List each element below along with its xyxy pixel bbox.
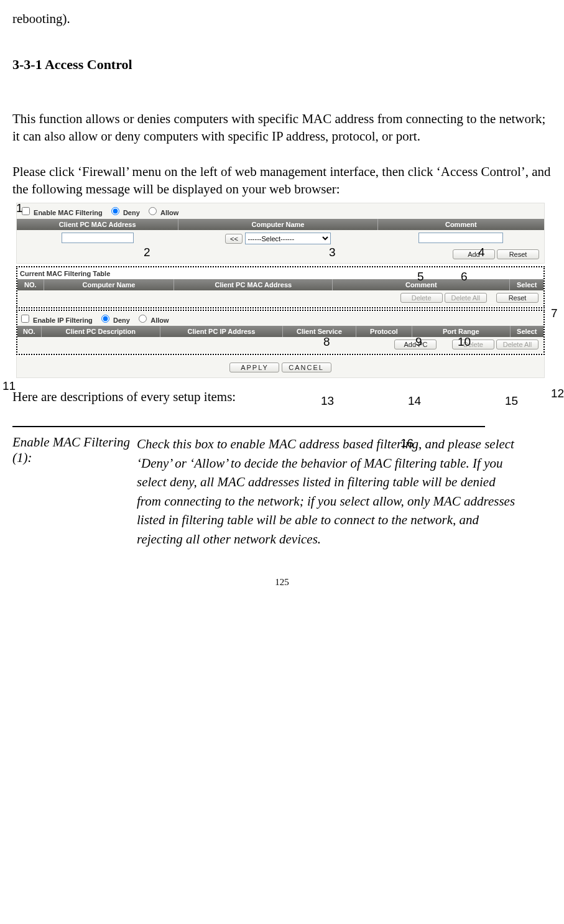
section-heading: 3-3-1 Access Control [12, 57, 552, 73]
item-value-1: Check this box to enable MAC address bas… [137, 435, 522, 548]
access-control-screenshot: 1 2 3 4 5 6 7 8 9 10 11 12 13 14 15 16 E… [10, 203, 551, 378]
mac-deny-radio[interactable] [111, 207, 119, 215]
mac-delete-all-button[interactable]: Delete All [445, 293, 487, 303]
callout-6: 6 [461, 270, 468, 284]
items-table: Enable MAC Filtering (1): Check this box… [12, 435, 522, 548]
callout-12: 12 [551, 387, 564, 400]
enable-mac-filtering-label: Enable MAC Filtering [34, 209, 103, 216]
mac-table-h-name: Computer Name [44, 279, 175, 290]
items-lead-in: Here are descriptions of every setup ite… [12, 389, 552, 405]
mac-add-button-row: Add Reset [17, 247, 544, 263]
callout-2: 2 [144, 246, 150, 259]
mac-deny-label: Deny [123, 209, 140, 216]
client-mac-input[interactable] [62, 233, 134, 243]
callout-14: 14 [408, 394, 421, 408]
ip-h-proto: Protocol [356, 326, 412, 337]
mac-header-macaddr: Client PC MAC Address [17, 219, 178, 230]
cancel-button[interactable]: CANCEL [282, 363, 331, 372]
mac-table-reset-button[interactable]: Reset [496, 293, 539, 303]
mac-reset-button[interactable]: Reset [497, 249, 539, 259]
ip-delete-all-button[interactable]: Delete All [496, 340, 539, 349]
callout-7: 7 [551, 307, 558, 320]
enable-ip-filtering-checkbox[interactable] [21, 315, 29, 323]
callout-16: 16 [400, 437, 414, 450]
computer-name-select[interactable]: ------Select------ [245, 233, 331, 244]
horizontal-rule [12, 426, 485, 427]
ip-filtering-bar: Enable IP Filtering Deny Allow [17, 312, 543, 326]
callout-4: 4 [478, 246, 485, 259]
apply-cancel-row: APPLY CANCEL [16, 356, 545, 378]
callout-13: 13 [321, 394, 334, 408]
ip-allow-label: Allow [150, 316, 169, 324]
ip-h-ip: Client PC IP Address [160, 326, 283, 337]
mac-delete-button[interactable]: Delete [400, 293, 443, 303]
ip-deny-label: Deny [113, 316, 130, 324]
intro-paragraph-2: Please click ‘Firewall’ menu on the left… [12, 163, 552, 198]
ip-deny-radio[interactable] [101, 315, 109, 323]
callout-5: 5 [417, 270, 424, 284]
mac-allow-radio[interactable] [149, 207, 157, 215]
text-fragment-top: rebooting). [12, 11, 552, 27]
enable-ip-filtering-label: Enable IP Filtering [33, 316, 93, 324]
mac-add-header-row: Client PC MAC Address Computer Name Comm… [17, 219, 544, 230]
callout-1: 1 [16, 201, 23, 215]
apply-button[interactable]: APPLY [229, 363, 279, 372]
mac-add-button[interactable]: Add [453, 249, 495, 259]
callout-3: 3 [329, 246, 336, 259]
item-key-1: Enable MAC Filtering (1): [12, 435, 137, 548]
mac-comment-input[interactable] [418, 233, 503, 243]
ip-h-sel: Select [511, 326, 543, 337]
callout-15: 15 [505, 394, 518, 408]
callout-8: 8 [323, 335, 330, 349]
copy-mac-button[interactable]: << [225, 234, 243, 244]
intro-paragraph-1: This function allows or denies computers… [12, 110, 552, 146]
mac-header-comment: Comment [378, 219, 544, 230]
mac-table-h-sel: Select [510, 279, 543, 290]
mac-table-button-row: Delete Delete All Reset [17, 290, 543, 307]
mac-add-body-row: << ------Select------ [17, 230, 544, 247]
mac-filtering-bar: Enable MAC Filtering Deny Allow [17, 203, 544, 219]
callout-10: 10 [458, 335, 471, 349]
callout-9: 9 [415, 335, 422, 349]
mac-allow-label: Allow [160, 209, 178, 216]
mac-filtering-panel: Enable MAC Filtering Deny Allow Client P… [16, 203, 545, 264]
mac-table-h-mac: Client PC MAC Address [174, 279, 333, 290]
ip-h-no: NO. [17, 326, 42, 337]
ip-h-svc: Client Service [283, 326, 356, 337]
mac-table-h-no: NO. [17, 279, 44, 290]
ip-h-desc: Client PC Description [42, 326, 160, 337]
enable-mac-filtering-checkbox[interactable] [22, 207, 30, 215]
page-number: 125 [12, 577, 552, 588]
callout-11: 11 [2, 379, 16, 393]
mac-header-name: Computer Name [178, 219, 377, 230]
ip-allow-radio[interactable] [139, 315, 147, 323]
